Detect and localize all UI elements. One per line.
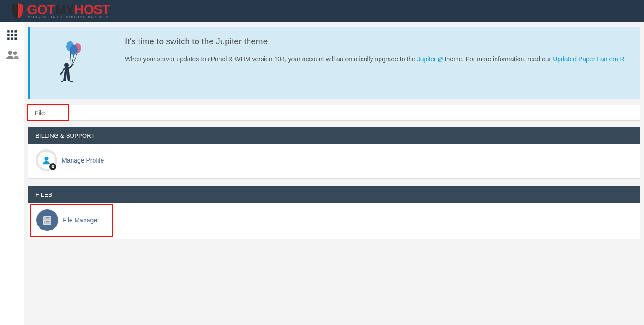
notice-illustration [40,36,107,89]
svg-rect-20 [46,221,49,222]
panel-files: FILES File Manager [28,186,640,239]
svg-rect-6 [7,37,9,40]
svg-rect-17 [44,217,51,221]
svg-point-13 [70,45,78,55]
external-link-icon [438,57,443,62]
panel-billing-header[interactable]: BILLING & SUPPORT [28,127,640,144]
gear-badge-icon [49,163,56,170]
file-manager-item[interactable]: File Manager [36,209,99,231]
balloons-person-icon [53,39,94,89]
logo-shield-icon [11,2,24,20]
nav-apps-grid[interactable] [4,28,20,42]
file-manager-icon [36,209,58,231]
users-icon [5,49,19,61]
user-icon [41,155,51,165]
notice-text: When your server updates to cPanel & WHM… [125,54,629,64]
nav-users[interactable] [4,48,20,62]
main-content: It's time to switch to the Jupiter theme… [24,22,644,325]
svg-rect-19 [46,217,49,218]
file-manager-highlight-box: File Manager [30,204,113,237]
svg-rect-18 [44,221,51,225]
file-cabinet-icon [40,213,54,227]
brand-logo[interactable]: GOTMYHOST YOUR RELIABLE HOSTING PARTNER [11,2,110,20]
panel-billing-support: BILLING & SUPPORT Manage Profile [28,127,640,179]
svg-rect-5 [14,34,17,36]
manage-profile-icon [36,149,57,171]
svg-point-9 [8,51,12,55]
svg-rect-8 [14,37,17,40]
svg-point-15 [44,157,48,161]
jupiter-link[interactable]: Jupiter [417,55,443,63]
svg-rect-4 [11,34,13,36]
svg-rect-7 [11,37,13,40]
manage-profile-label: Manage Profile [62,157,104,164]
jupiter-theme-notice: It's time to switch to the Jupiter theme… [28,27,640,99]
manage-profile-item[interactable]: Manage Profile [36,149,104,171]
panel-files-header[interactable]: FILES [28,186,640,203]
side-nav [0,22,24,325]
logo-text: GOTMYHOST YOUR RELIABLE HOSTING PARTNER [27,3,110,19]
apps-grid-icon [6,29,18,41]
notice-title: It's time to switch to the Jupiter theme [125,36,629,46]
top-bar: GOTMYHOST YOUR RELIABLE HOSTING PARTNER [0,0,644,22]
svg-rect-1 [11,30,13,32]
paper-lantern-link[interactable]: Updated Paper Lantern R [553,55,625,63]
svg-rect-2 [14,30,17,32]
svg-rect-0 [7,30,9,32]
svg-point-10 [13,52,17,55]
svg-point-14 [64,63,69,68]
search-input[interactable] [28,105,640,121]
file-manager-label: File Manager [63,217,99,224]
svg-rect-3 [7,34,9,36]
search-wrap [28,105,640,121]
